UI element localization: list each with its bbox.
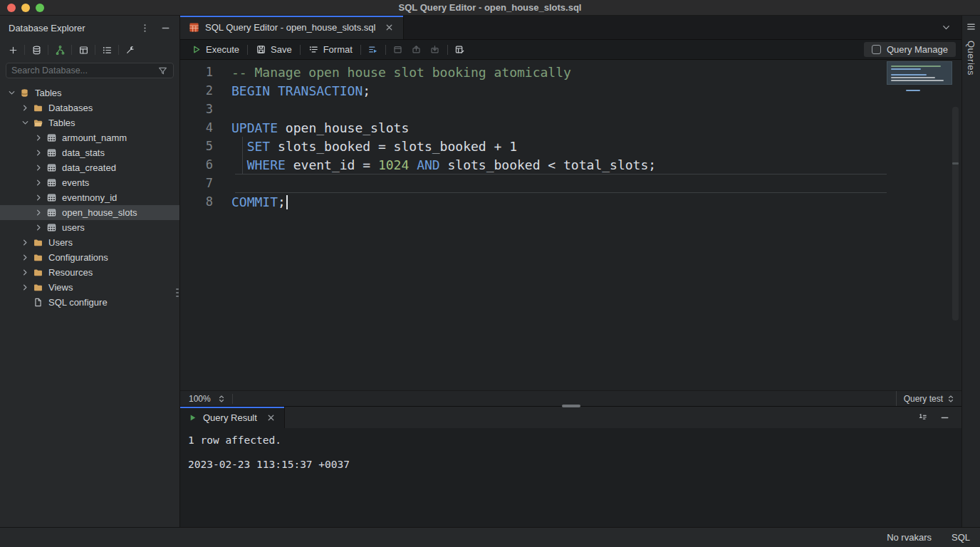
tree-item-sql-configure[interactable]: SQL configure	[0, 295, 179, 310]
rail-tab-queries[interactable]: Queries	[966, 41, 976, 75]
tree-item-data-stats[interactable]: data_stats	[0, 145, 179, 160]
chevron-closed-icon[interactable]	[19, 267, 31, 278]
chevron-closed-icon[interactable]	[33, 177, 44, 188]
zoom-stepper-icon[interactable]	[218, 395, 225, 403]
table-icon	[46, 147, 57, 158]
query-result-panel: Query Result 1 row affected.2023-02-23 1…	[180, 406, 961, 527]
schema-sync-icon[interactable]	[51, 42, 68, 58]
execute-button[interactable]: Execute	[186, 40, 244, 59]
run-statement-icon[interactable]	[364, 42, 382, 58]
sidebar-title: Database Explorer	[9, 23, 130, 33]
query-manage-checkbox[interactable]	[872, 45, 881, 54]
minimize-window-button[interactable]	[21, 4, 30, 12]
query-manage-toggle[interactable]: Query Manage	[864, 42, 956, 57]
wrench-icon[interactable]	[122, 42, 139, 58]
tree-item-databases[interactable]: Databases	[0, 100, 179, 115]
tree-item-eventnony-id[interactable]: eventnony_id	[0, 190, 179, 205]
save-button[interactable]: Save	[251, 40, 297, 59]
code-line-5[interactable]: 5 SET slots_booked = slots_booked + 1	[180, 137, 961, 155]
tree-item-tables[interactable]: Tables	[0, 85, 179, 100]
code-line-8[interactable]: 8COMMIT;	[180, 192, 961, 211]
tree-item-users[interactable]: users	[0, 220, 179, 235]
chevron-open-icon[interactable]	[19, 118, 31, 128]
minimap[interactable]	[887, 61, 952, 85]
tab-sql-query-editor[interactable]: SQL Query Editor - open_house_slots.sql	[180, 16, 404, 39]
titlebar: SQL Query Editor - open_house_slots.sql	[0, 0, 980, 16]
table-edit-icon[interactable]	[451, 42, 469, 58]
tree-item-tables[interactable]: Tables	[0, 115, 179, 130]
code-line-7[interactable]: 7	[180, 174, 961, 192]
row-separator-line	[235, 192, 887, 193]
code-line-4[interactable]: 4UPDATE open_house_slots	[180, 118, 961, 137]
code-text: WHERE event_id = 1024 AND slots_booked <…	[231, 157, 656, 172]
chevron-closed-icon[interactable]	[19, 252, 31, 263]
language-mode[interactable]: SQL	[952, 532, 970, 543]
result-tab-close-icon[interactable]	[266, 412, 276, 423]
tab-query-result[interactable]: Query Result	[180, 407, 285, 428]
chevron-closed-icon[interactable]	[19, 237, 31, 248]
sidebar-resize-handle[interactable]	[176, 283, 179, 302]
chevron-closed-icon[interactable]	[19, 103, 31, 113]
collapse-panel-icon[interactable]	[160, 23, 171, 33]
tree-item-armount-namm[interactable]: armount_namm	[0, 130, 179, 145]
tree-item-views[interactable]: Views	[0, 280, 179, 295]
code-line-2[interactable]: 2BEGIN TRANSACTION;	[180, 81, 961, 100]
sql-code-editor[interactable]: 1-- Manage open house slot booking atomi…	[180, 60, 961, 390]
chevron-closed-icon[interactable]	[19, 282, 31, 293]
zoom-window-button[interactable]	[36, 4, 44, 12]
chevron-closed-icon[interactable]	[33, 192, 44, 203]
profile-select[interactable]: Query test	[896, 391, 961, 406]
code-text: COMMIT;	[231, 194, 288, 209]
code-text: UPDATE open_house_slots	[231, 120, 409, 135]
editor-toolbar: Execute Save Format Query Manage	[180, 40, 961, 60]
tree-item-resources[interactable]: Resources	[0, 265, 179, 280]
profile-value: Query test	[904, 394, 943, 404]
tree-item-configurations[interactable]: Configurations	[0, 250, 179, 265]
line-number: 4	[180, 120, 213, 135]
editor-status-strip: 100% Query test	[180, 390, 961, 406]
chevron-closed-icon[interactable]	[33, 147, 44, 158]
close-window-button[interactable]	[7, 4, 16, 12]
format-label: Format	[323, 44, 353, 55]
database-tree: TablesDatabasesTablesarmount_nammdata_st…	[0, 81, 179, 527]
list-view-icon[interactable]	[98, 42, 115, 58]
tree-item-open-house-slots[interactable]: open_house_slots	[0, 205, 179, 220]
code-line-3[interactable]: 3	[180, 100, 961, 118]
file-icon	[32, 297, 43, 308]
search-database-input[interactable]	[11, 66, 153, 75]
chevron-open-icon[interactable]	[6, 88, 17, 98]
table-columns-icon[interactable]	[75, 42, 92, 58]
save-label: Save	[271, 44, 292, 55]
filter-funnel-icon[interactable]	[157, 66, 168, 76]
query-manage-label: Query Manage	[887, 44, 948, 55]
editor-scrollbar[interactable]	[952, 107, 959, 321]
play-filled-icon	[188, 413, 197, 422]
tree-item-users[interactable]: Users	[0, 235, 179, 250]
result-tab-title: Query Result	[203, 412, 257, 423]
tree-item-label: Resources	[48, 267, 93, 278]
sort-order-icon[interactable]	[917, 412, 928, 423]
chevron-closed-icon[interactable]	[33, 132, 44, 143]
table-icon	[46, 222, 57, 233]
window-controls	[7, 4, 44, 12]
tab-list-chevron-icon[interactable]	[941, 22, 952, 33]
minimize-panel-icon[interactable]	[939, 412, 950, 423]
chevron-closed-icon[interactable]	[33, 207, 44, 218]
panel-resize-handle[interactable]	[562, 405, 580, 407]
tab-close-icon[interactable]	[384, 22, 395, 33]
tree-item-events[interactable]: events	[0, 175, 179, 190]
add-icon[interactable]	[4, 42, 21, 58]
kebab-menu-icon[interactable]	[140, 23, 150, 33]
tree-item-data-created[interactable]: data_created	[0, 160, 179, 175]
database-sync-icon[interactable]	[28, 42, 45, 58]
folder-icon	[32, 267, 43, 278]
code-line-1[interactable]: 1-- Manage open house slot booking atomi…	[180, 63, 961, 81]
format-button[interactable]: Format	[303, 40, 358, 59]
result-tabbar: Query Result	[180, 407, 961, 428]
tree-item-label: users	[62, 222, 85, 233]
code-line-6[interactable]: 6 WHERE event_id = 1024 AND slots_booked…	[180, 155, 961, 174]
table-icon	[46, 192, 57, 203]
hamburger-menu-icon[interactable]	[966, 21, 976, 32]
chevron-closed-icon[interactable]	[33, 162, 44, 173]
chevron-closed-icon[interactable]	[33, 222, 44, 233]
